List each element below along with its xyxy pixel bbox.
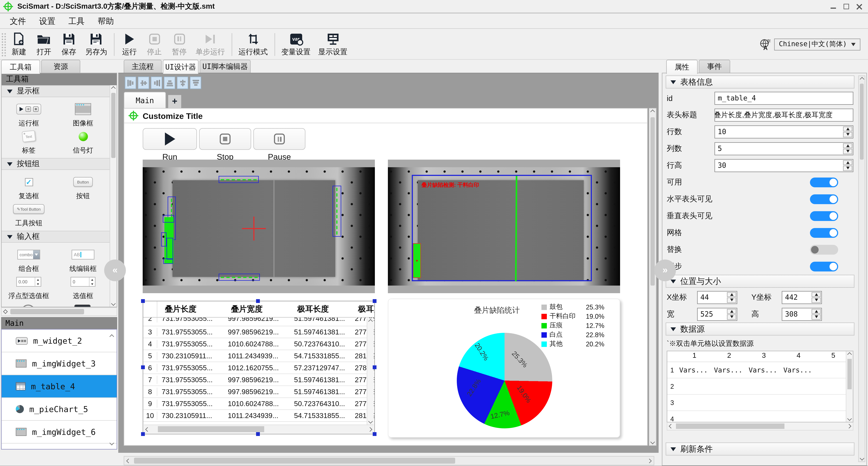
vheader-visible-toggle[interactable] (810, 211, 838, 221)
toolbox-item-runframe[interactable]: 运行框 (3, 101, 55, 128)
spin-up-icon[interactable] (843, 160, 852, 165)
save-button[interactable]: 保存 (56, 32, 81, 57)
spin-down-icon[interactable] (843, 149, 852, 154)
tab-ui-script-editor[interactable]: UI脚本编辑器 (199, 60, 251, 73)
hheader-visible-toggle[interactable] (810, 194, 838, 204)
pause-button[interactable]: 暂停 (167, 32, 192, 57)
align-left-button[interactable] (125, 77, 136, 89)
selection-handle[interactable] (373, 432, 376, 436)
page-tab-main[interactable]: Main (124, 92, 166, 108)
stop-button[interactable]: 停止 (142, 32, 167, 57)
tab-properties[interactable]: 属性 (666, 60, 698, 74)
add-page-button[interactable]: + (168, 95, 181, 108)
menu-tools[interactable]: 工具 (63, 15, 90, 28)
design-run-button[interactable] (143, 128, 197, 150)
toolbox-item-doublespinbox[interactable]: 0.00 浮点型选值框 (3, 273, 55, 301)
expand-right-panel-button[interactable]: » (654, 260, 676, 281)
tab-main-flow[interactable]: 主流程 (124, 60, 162, 73)
width-spinbox[interactable]: 525 (697, 308, 737, 321)
toolbox-hscrollbar[interactable] (1, 307, 117, 316)
image-widget-m_imgWidget_3[interactable] (143, 159, 375, 293)
spin-up-icon[interactable] (843, 126, 852, 132)
tab-ui-designer[interactable]: UI设计器 (163, 60, 198, 74)
run-button[interactable]: 运行 (117, 32, 142, 57)
variable-settings-button[interactable]: var 变量设置 (278, 32, 314, 57)
menu-settings[interactable]: 设置 (34, 15, 61, 28)
align-hcenter-button[interactable] (138, 77, 149, 89)
table-vscrollbar[interactable] (367, 318, 374, 425)
scroll-up-icon[interactable] (859, 76, 865, 83)
step-run-button[interactable]: 单步运行 (192, 32, 229, 57)
scroll-up-icon[interactable] (649, 109, 656, 115)
display-settings-button[interactable]: 显示设置 (314, 32, 351, 57)
section-inputs[interactable]: 输入框 (2, 231, 110, 243)
design-pause-button[interactable] (253, 128, 305, 150)
scroll-left-icon[interactable] (667, 423, 675, 430)
scroll-right-icon[interactable] (845, 423, 853, 430)
toolbox-item-lineedit[interactable]: AB 线编辑框 (57, 246, 109, 273)
scroll-right-icon[interactable] (2, 308, 9, 315)
canvas-vscrollbar[interactable] (649, 108, 656, 446)
toolbar-grip[interactable] (1, 32, 6, 56)
table-widget-m_table_4[interactable]: 叠片长度 叠片宽度 极耳长度 极耳宽度 2731.97553055...997.… (143, 301, 375, 434)
align-right-button[interactable] (151, 77, 162, 89)
toolbox-item-checkbox[interactable]: ✓ 复选框 (3, 174, 55, 201)
spin-down-icon[interactable] (812, 297, 821, 303)
ds-vscrollbar[interactable] (846, 351, 853, 422)
spin-up-icon[interactable] (812, 292, 821, 297)
sync-toggle[interactable] (810, 262, 838, 271)
grid-toggle[interactable] (810, 228, 838, 238)
scroll-down-icon[interactable] (367, 418, 374, 425)
toolbox-item-label[interactable]: Text 标签 (3, 128, 55, 155)
scroll-up-icon[interactable] (367, 318, 374, 325)
spin-up-icon[interactable] (843, 143, 852, 148)
id-input[interactable]: m_table_4 (714, 92, 854, 105)
spin-up-icon[interactable] (727, 309, 736, 314)
section-table-info[interactable]: 表格信息 (665, 76, 855, 88)
row-height-spinbox[interactable]: 30 (714, 159, 854, 172)
spin-down-icon[interactable] (843, 166, 852, 171)
canvas-hscrollbar[interactable] (124, 456, 654, 465)
collapse-left-panel-button[interactable]: « (104, 260, 126, 281)
open-button[interactable]: 打开 (31, 32, 56, 57)
menu-help[interactable]: 帮助 (92, 15, 119, 28)
scroll-right-icon[interactable] (645, 457, 654, 465)
section-display-frames[interactable]: 显示框 (2, 85, 110, 97)
scroll-left-icon[interactable] (124, 457, 133, 465)
pie-chart-widget-m_pieChart_5[interactable]: 叠片缺陷统计 鼓包25.3% 干料白印19.0% 压痕12.7% 白点22.8%… (388, 299, 620, 438)
align-vcenter-button[interactable] (177, 77, 188, 89)
scroll-down-icon[interactable] (649, 439, 656, 445)
menu-file[interactable]: 文件 (4, 15, 31, 28)
selection-handle[interactable] (256, 299, 260, 303)
header-title-input[interactable]: 叠片长度,叠片宽度,极耳长度,极耳宽度 (714, 108, 854, 121)
ds-hscrollbar[interactable] (667, 423, 854, 431)
section-buttons[interactable]: 按钮组 (2, 158, 110, 170)
new-button[interactable]: 新建 (6, 32, 31, 57)
maximize-icon[interactable] (843, 3, 849, 9)
scroll-up-icon[interactable] (846, 351, 853, 358)
table-hscrollbar[interactable] (144, 425, 374, 433)
run-mode-button[interactable]: 运行模式 (235, 32, 272, 57)
align-top-button[interactable] (190, 77, 201, 89)
x-spinbox[interactable]: 44 (697, 291, 737, 304)
selection-handle[interactable] (141, 366, 145, 369)
minimize-icon[interactable] (830, 3, 837, 9)
scroll-down-icon[interactable] (110, 300, 117, 307)
section-refresh-condition[interactable]: 刷新条件 (665, 442, 855, 456)
tree-item-m_imgWidget_6[interactable]: m_imgWidget_6 (2, 421, 117, 443)
spin-down-icon[interactable] (727, 314, 736, 320)
section-data-source[interactable]: 数据源 (665, 322, 855, 336)
spin-up-icon[interactable] (812, 309, 821, 314)
tab-resources[interactable]: 资源 (41, 60, 80, 73)
panel-vscrollbar[interactable] (858, 76, 865, 462)
scroll-left-icon[interactable] (144, 425, 151, 433)
spin-down-icon[interactable] (843, 132, 852, 137)
row-count-spinbox[interactable]: 10 (714, 125, 854, 138)
col-count-spinbox[interactable]: 5 (714, 142, 854, 155)
image-widget-m_imgWidget_6[interactable]: 叠片缺陷检测: 干料白印 + (388, 159, 620, 293)
tree-item-m_pieChart_5[interactable]: m_pieChart_5 (2, 398, 117, 421)
align-bottom-button[interactable] (164, 77, 175, 89)
design-stop-button[interactable] (199, 128, 251, 150)
spin-up-icon[interactable] (727, 292, 736, 297)
close-icon[interactable] (856, 3, 863, 9)
